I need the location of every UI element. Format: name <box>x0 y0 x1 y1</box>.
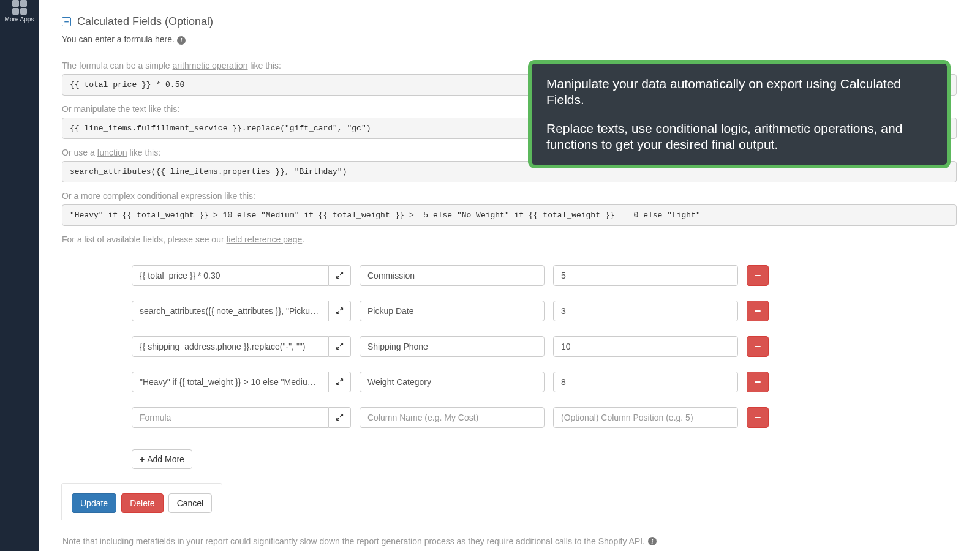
example-conditional-label: Or a more complex conditional expression… <box>62 191 957 201</box>
divider <box>62 4 957 4</box>
column-position-input[interactable] <box>553 336 738 357</box>
info-icon[interactable]: i <box>648 537 657 545</box>
cancel-button[interactable]: Cancel <box>168 493 213 513</box>
column-name-input[interactable] <box>360 372 545 392</box>
calculated-field-row: − <box>132 265 801 286</box>
conditional-link[interactable]: conditional expression <box>137 191 222 201</box>
expand-button[interactable] <box>329 372 351 392</box>
column-name-input[interactable] <box>360 407 545 428</box>
column-name-input[interactable] <box>360 265 545 286</box>
remove-row-button[interactable]: − <box>747 336 769 357</box>
footer-note: Note that including metafields in your r… <box>62 536 657 546</box>
arithmetic-link[interactable]: arithmetic operation <box>173 61 248 70</box>
section-title-text: Calculated Fields (Optional) <box>77 15 213 28</box>
formula-input[interactable] <box>132 372 329 392</box>
section-hint: You can enter a formula here. i <box>62 34 957 45</box>
calculated-field-row: − <box>132 372 801 392</box>
section-header[interactable]: − Calculated Fields (Optional) <box>62 15 957 28</box>
calculated-field-row: − <box>132 301 801 321</box>
update-button[interactable]: Update <box>72 493 116 513</box>
add-more-button[interactable]: + Add More <box>132 449 192 469</box>
field-reference-link[interactable]: field reference page <box>226 234 302 244</box>
column-position-input[interactable] <box>553 265 738 286</box>
more-apps-icon[interactable] <box>12 0 27 15</box>
divider <box>132 443 360 443</box>
tooltip-paragraph: Replace texts, use conditional logic, ar… <box>546 121 932 153</box>
expand-button[interactable] <box>329 265 351 286</box>
delete-button[interactable]: Delete <box>121 493 163 513</box>
calculated-fields-rows: −−−−−+ Add More <box>132 265 801 469</box>
column-position-input[interactable] <box>553 372 738 392</box>
remove-row-button[interactable]: − <box>747 372 769 392</box>
column-name-input[interactable] <box>360 301 545 321</box>
calculated-field-row: − <box>132 336 801 357</box>
formula-input[interactable] <box>132 265 329 286</box>
example-conditional-code: "Heavy" if {{ total_weight }} > 10 else … <box>62 204 957 226</box>
onboarding-tooltip: Manipulate your data automatically on ex… <box>532 64 947 165</box>
tooltip-paragraph: Manipulate your data automatically on ex… <box>546 76 932 108</box>
collapse-icon[interactable]: − <box>62 17 71 26</box>
footer-actions: Update Delete Cancel <box>61 483 222 520</box>
formula-input[interactable] <box>132 301 329 321</box>
expand-button[interactable] <box>329 336 351 357</box>
formula-input[interactable] <box>132 407 329 428</box>
function-link[interactable]: function <box>97 148 127 157</box>
info-icon[interactable]: i <box>177 36 186 45</box>
remove-row-button[interactable]: − <box>747 265 769 286</box>
formula-input[interactable] <box>132 336 329 357</box>
expand-button[interactable] <box>329 301 351 321</box>
manipulate-text-link[interactable]: manipulate the text <box>74 104 146 114</box>
calculated-field-row: − <box>132 407 801 428</box>
column-position-input[interactable] <box>553 407 738 428</box>
field-reference-note: For a list of available fields, please s… <box>62 234 957 244</box>
remove-row-button[interactable]: − <box>747 407 769 428</box>
column-position-input[interactable] <box>553 301 738 321</box>
sidebar: More Apps <box>0 0 39 551</box>
more-apps-label[interactable]: More Apps <box>0 16 39 23</box>
expand-button[interactable] <box>329 407 351 428</box>
column-name-input[interactable] <box>360 336 545 357</box>
remove-row-button[interactable]: − <box>747 301 769 321</box>
